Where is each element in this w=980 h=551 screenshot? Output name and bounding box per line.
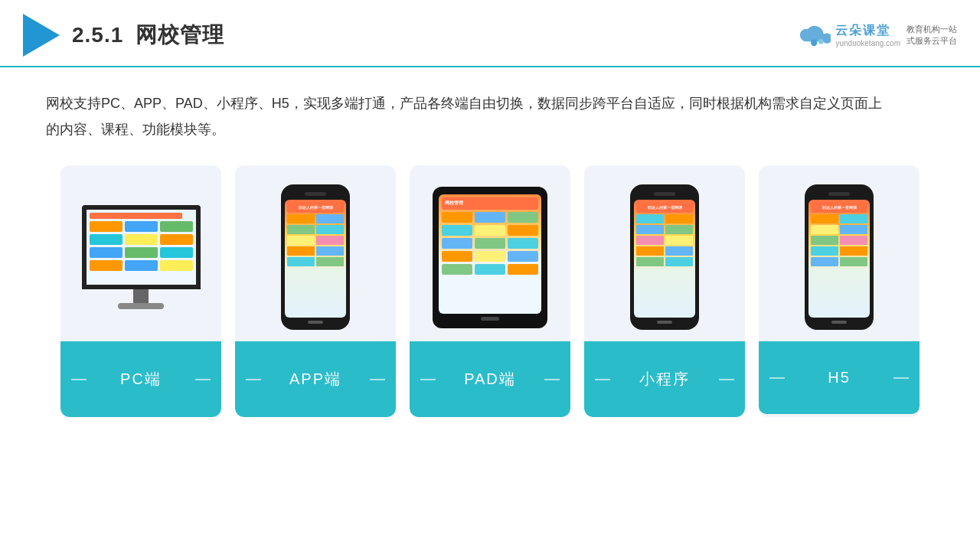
phone-home-h5: [831, 321, 847, 324]
pad-label: PAD端: [410, 341, 570, 417]
pc-card: PC端: [60, 165, 221, 417]
phone-notch-h5: [828, 192, 850, 196]
h5-card: 职达人的第一堂网课: [759, 165, 920, 417]
pc-image-area: [60, 165, 221, 341]
phone-home-mini: [657, 321, 672, 324]
cloud-icon: [799, 24, 831, 47]
app-image-area: 职达人的第一堂网课: [235, 165, 396, 341]
h5-label: H5: [759, 341, 920, 414]
page-title-main: 网校管理: [136, 21, 224, 50]
phone-home-btn: [308, 321, 323, 324]
phone-mockup-h5: 职达人的第一堂网课: [805, 184, 874, 330]
monitor-mockup: [76, 205, 206, 309]
app-card: 职达人的第一堂网课: [235, 165, 396, 417]
page-title: 2.5.1: [72, 23, 123, 47]
brand-logo: 云朵课堂 yunduoketang.com: [799, 23, 900, 47]
svg-point-1: [818, 39, 824, 44]
brand-text: 云朵课堂 yunduoketang.com: [835, 23, 900, 47]
tablet-home-btn: [481, 317, 499, 321]
header-right: 云朵课堂 yunduoketang.com 教育机构一站式服务云平台: [799, 23, 957, 47]
h5-image-area: 职达人的第一堂网课: [759, 165, 920, 341]
phone-screen-mini: 职达人的第一堂网课: [634, 200, 695, 318]
monitor-base: [118, 303, 164, 309]
brand-name: 云朵课堂: [835, 23, 890, 39]
phone-screen-h5: 职达人的第一堂网课: [808, 200, 870, 318]
miniprogram-image-area: 职达人的第一堂网课: [584, 165, 745, 341]
phone-notch-mini: [654, 192, 675, 196]
pad-label-text: PAD端: [464, 369, 516, 390]
h5-label-text: H5: [828, 369, 851, 386]
pad-image-area: 网校管理: [410, 165, 570, 341]
miniprogram-label-text: 小程序: [639, 369, 690, 390]
app-label: APP端: [235, 341, 396, 417]
app-label-text: APP端: [289, 369, 341, 390]
pc-label: PC端: [60, 341, 221, 417]
brand-tagline: 教育机构一站式服务云平台: [906, 24, 957, 47]
device-cards: PC端 职达人的第一堂网课: [46, 165, 934, 417]
miniprogram-label: 小程序: [584, 341, 745, 417]
pc-label-text: PC端: [120, 369, 162, 390]
phone-mockup-app: 职达人的第一堂网课: [281, 184, 350, 330]
phone-notch: [305, 192, 326, 196]
logo-triangle-icon: [23, 14, 60, 57]
tablet-screen: 网校管理: [439, 194, 541, 314]
page-header: 2.5.1 网校管理 云朵课堂 yunduoketang.com 教育机构一站式…: [0, 0, 980, 67]
monitor-screen: [82, 205, 201, 289]
header-left: 2.5.1 网校管理: [23, 14, 224, 57]
svg-point-0: [811, 40, 817, 46]
pad-card: 网校管理: [410, 165, 570, 417]
phone-screen: 职达人的第一堂网课: [285, 200, 346, 318]
description-text: 网校支持PC、APP、PAD、小程序、H5，实现多端打通，产品各终端自由切换，数…: [46, 90, 888, 142]
miniprogram-card: 职达人的第一堂网课: [584, 165, 745, 417]
tablet-mockup: 网校管理: [433, 187, 547, 328]
main-content: 网校支持PC、APP、PAD、小程序、H5，实现多端打通，产品各终端自由切换，数…: [0, 67, 980, 432]
brand-url: yunduoketang.com: [835, 39, 900, 47]
monitor-neck: [133, 289, 149, 303]
phone-mockup-mini: 职达人的第一堂网课: [630, 184, 699, 330]
